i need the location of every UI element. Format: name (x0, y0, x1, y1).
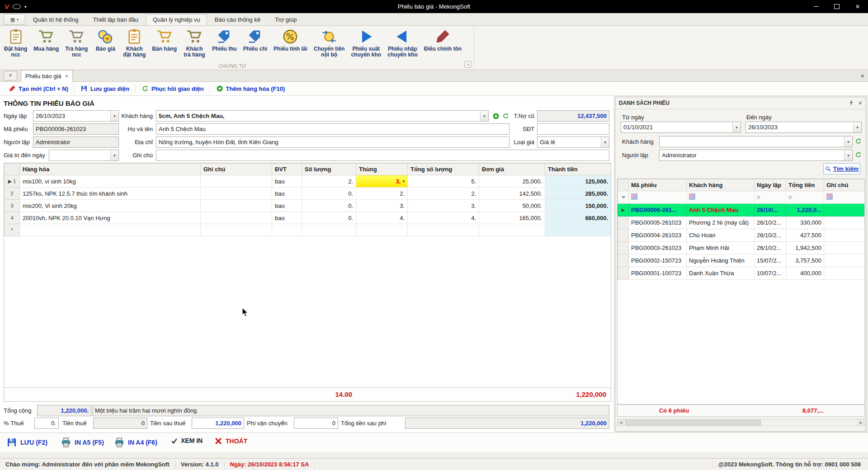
dropdown-caret-icon[interactable]: ▾ (601, 137, 609, 147)
ngay-lap-field[interactable]: 26/10/2023 ▾ (33, 110, 119, 122)
filter-cell-khach-hang[interactable] (687, 191, 755, 204)
ho-ten-field[interactable]: Anh 5 Chệch Mau (156, 123, 509, 135)
cell-dvt[interactable]: bao (272, 175, 302, 188)
cell-so-luong[interactable]: 2. (302, 175, 356, 188)
scroll-right-icon[interactable]: ▸ (858, 419, 864, 426)
filter-condition-icon[interactable] (826, 193, 833, 200)
dropdown-caret-icon[interactable]: ▾ (402, 179, 405, 183)
list-cell-ghi-chu[interactable] (824, 216, 865, 229)
col-header-hang-hoa[interactable]: Hàng hóa (20, 164, 201, 175)
ribbon-button-2[interactable]: Trả hàng ncc (62, 27, 91, 59)
list-cell-ghi-chu[interactable] (824, 267, 865, 280)
ribbon-button-3[interactable]: Báo giá (91, 27, 120, 53)
list-cell-khach-hang[interactable]: Danh Xuân Thừa (687, 267, 755, 280)
toolbar-item-3[interactable]: Thêm hàng hóa (F10) (210, 84, 291, 93)
cell-don-gia[interactable]: 25,000. (479, 175, 545, 188)
list-cell-ma-phieu[interactable]: PBG00003-261023 (629, 242, 687, 254)
cell-tong-so-luong[interactable] (408, 224, 479, 236)
cell-thung[interactable]: 3. (356, 200, 408, 212)
col-header-tong-so-luong[interactable]: Tổng số lượng (408, 164, 479, 175)
col-header-thung[interactable]: Thùng (356, 164, 408, 175)
refresh-filter-customer-button[interactable] (854, 137, 862, 145)
ribbon-button-11[interactable]: Phiếu xuất chuyển kho (348, 27, 384, 59)
cell-hang-hoa[interactable]: 1257ks, NPK 12.5.7 thúc tím khánh sinh (20, 188, 201, 200)
filter-equals-icon[interactable]: = (757, 194, 760, 201)
list-cell-ma-phieu[interactable]: PBG00006-261... (629, 204, 687, 216)
list-cell-ghi-chu[interactable] (824, 204, 865, 216)
cell-thanh-tien[interactable]: 125,000. (545, 175, 611, 188)
ribbon-button-5[interactable]: Bán hàng (149, 27, 180, 53)
horizontal-scrollbar[interactable]: ◂ ▸ (617, 419, 865, 426)
cell-ghi-chu[interactable] (201, 224, 272, 236)
list-cell-ghi-chu[interactable] (824, 242, 865, 254)
cell-thung[interactable]: 3.▾ (356, 175, 408, 188)
khach-hang-field[interactable]: 5cm, Anh 5 Chệch Mau, ▾ (156, 110, 489, 122)
tabbar-close-icon[interactable]: × (861, 72, 864, 80)
list-cell-khach-hang[interactable]: Nguyễn Hoàng Thiện (687, 254, 755, 267)
list-cell-tong-tien[interactable]: 1,942,500 (786, 242, 824, 254)
cell-dvt[interactable]: bao (272, 200, 302, 212)
ribbon-button-4[interactable]: Khách đặt hàng (120, 27, 149, 59)
col-header-dvt[interactable]: ĐVT (272, 164, 302, 175)
filter-cell-ma-phieu[interactable] (629, 191, 687, 204)
loai-gia-field[interactable]: Giá lẻ ▾ (537, 136, 609, 148)
cell-dvt[interactable] (272, 224, 302, 236)
cell-dvt[interactable]: bao (272, 188, 302, 200)
ribbon-tab-4[interactable]: Trợ giúp (268, 14, 304, 25)
ribbon-button-8[interactable]: Phiếu chi (240, 27, 270, 53)
cell-tong-so-luong[interactable]: 4. (408, 212, 479, 224)
exit-button[interactable]: THOÁT (214, 437, 247, 445)
filter-cell-ghi-chu[interactable] (824, 191, 865, 204)
dropdown-caret-icon[interactable]: ▾ (844, 136, 852, 147)
cell-thung[interactable]: 4. (356, 212, 408, 224)
list-row[interactable]: PBG00004-261023Chú Hoàn26/10/2...427,500 (618, 229, 865, 242)
cell-thung[interactable] (356, 224, 408, 236)
list-cell-ngay-lap[interactable]: 26/10/... (755, 204, 786, 216)
list-cell-tong-tien[interactable]: 400,000 (786, 267, 824, 280)
list-cell-ngay-lap[interactable]: 10/07/2... (755, 267, 786, 280)
panel-nguoi-lap-field[interactable]: Administrator ▾ (659, 150, 853, 161)
ribbon-button-10[interactable]: Chuyển tiền nội bộ (311, 27, 348, 59)
ribbon-tab-0[interactable]: Quản trị hệ thống (26, 14, 85, 25)
cell-so-luong[interactable]: 0. (302, 188, 356, 200)
filter-cell-tong-tien[interactable]: = (786, 191, 824, 204)
cell-hang-hoa[interactable]: mix100, vi sinh 10kg (20, 175, 201, 188)
ghi-chu-field[interactable] (156, 150, 609, 161)
list-row[interactable]: PBG00002-150723Nguyễn Hoàng Thiện15/07/2… (618, 254, 865, 267)
cell-ghi-chu[interactable] (201, 175, 272, 188)
cell-hang-hoa[interactable]: 20010vh, NPK 20.0.10 Vạn Hưng (20, 212, 201, 224)
scrollbar-thumb[interactable] (625, 420, 761, 425)
list-cell-ghi-chu[interactable] (824, 254, 865, 267)
cell-don-gia[interactable]: 165,000. (479, 212, 545, 224)
list-cell-ghi-chu[interactable] (824, 229, 865, 242)
toolbar-item-1[interactable]: Lưu giao diện (74, 84, 135, 93)
maximize-button[interactable] (826, 0, 847, 13)
cell-don-gia[interactable] (479, 224, 545, 236)
list-cell-ma-phieu[interactable]: PBG00001-100723 (629, 267, 687, 280)
ribbon-button-0[interactable]: Đặt hàng ncc (1, 27, 30, 59)
filter-condition-icon[interactable] (631, 193, 637, 200)
ribbon-button-9[interactable]: Phiếu tính lãi (270, 27, 311, 53)
ribbon-button-6[interactable]: Khách trả hàng (180, 27, 209, 59)
close-button[interactable]: × (847, 0, 868, 13)
col-header-don-gia[interactable]: Đơn giá (479, 164, 545, 175)
document-tab[interactable]: Phiếu báo giá × (21, 70, 73, 82)
list-cell-ma-phieu[interactable]: PBG00002-150723 (629, 254, 687, 267)
list-cell-tong-tien[interactable]: 3,757,500 (786, 254, 824, 267)
ribbon-tab-3[interactable]: Báo cáo thống kê (208, 14, 267, 25)
list-col-header-ma-phieu[interactable]: Mã phiếu (629, 179, 687, 191)
cell-ghi-chu[interactable] (201, 200, 272, 212)
grid-row[interactable]: 3mix200, Vi sinh 20kgbao0.3.3.50,000.150… (5, 200, 611, 212)
ribbon-tab-2[interactable]: Quản lý nghiệp vụ (146, 14, 207, 25)
filter-cell-ngay-lap[interactable]: = (755, 191, 786, 204)
list-cell-ngay-lap[interactable]: 26/10/2... (755, 229, 786, 242)
grid-row[interactable]: * (5, 224, 611, 236)
thue-field[interactable]: 0. (34, 418, 59, 429)
tab-close-icon[interactable]: × (65, 73, 69, 80)
list-cell-khach-hang[interactable]: Phương 2 Ni (máy cắt) (687, 216, 755, 229)
quick-access-icon[interactable] (13, 4, 21, 9)
refresh-filter-user-button[interactable] (854, 151, 862, 159)
grid-row[interactable]: 21257ks, NPK 12.5.7 thúc tím khánh sinhb… (5, 188, 611, 200)
list-col-header-ghi-chu[interactable]: Ghi chú (824, 179, 865, 191)
toolbar-item-2[interactable]: Phục hồi giao diện (135, 84, 210, 93)
